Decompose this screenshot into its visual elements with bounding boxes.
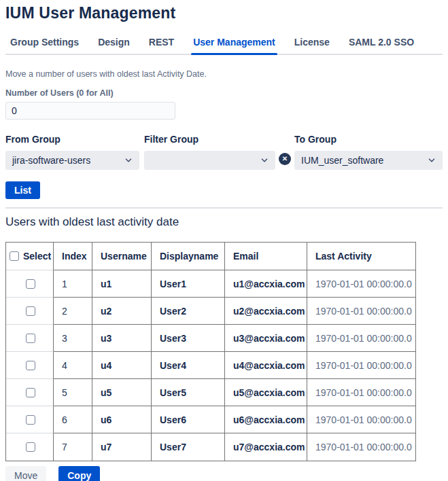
row-select-checkbox[interactable] <box>26 279 35 289</box>
user-index: 3 <box>62 333 67 344</box>
index-column-header: Index <box>54 243 92 270</box>
user-index: 2 <box>62 306 67 317</box>
copy-button[interactable]: Copy <box>58 466 100 481</box>
table-header-row: Select Index Username Displayname Email … <box>6 243 415 270</box>
tab-license[interactable]: License <box>294 34 330 54</box>
from-group-select[interactable]: jira-software-users <box>5 151 139 170</box>
tab-saml-sso[interactable]: SAML 2.0 SSO <box>348 34 415 54</box>
last-activity: 1970-01-01 00:00:00.0 <box>315 306 412 317</box>
row-select-checkbox[interactable] <box>26 306 35 316</box>
user-index: 5 <box>62 387 67 398</box>
table-row: 3 u3 User3 u3@accxia.com 1970-01-01 00:0… <box>6 325 415 352</box>
chevron-down-icon <box>260 156 269 164</box>
tab-rest[interactable]: REST <box>148 34 175 54</box>
filter-group-column: Filter Group <box>139 134 275 170</box>
clear-filter-icon[interactable]: ✕ <box>279 153 291 165</box>
user-index: 4 <box>62 360 67 371</box>
email: u6@accxia.com <box>233 414 305 425</box>
email: u3@accxia.com <box>233 333 305 344</box>
chevron-down-icon <box>124 156 133 164</box>
users-table: Select Index Username Displayname Email … <box>5 242 416 461</box>
user-index: 6 <box>62 414 67 425</box>
list-button[interactable]: List <box>5 181 40 199</box>
from-group-value: jira-software-users <box>12 155 90 166</box>
group-selects-row: From Group jira-software-users Filter Gr… <box>5 134 443 170</box>
user-index: 1 <box>62 279 67 289</box>
email: u2@accxia.com <box>233 306 305 317</box>
select-column-label: Select <box>23 251 51 262</box>
filter-group-label: Filter Group <box>144 134 275 145</box>
page: IUM User Management Group Settings Desig… <box>0 0 448 481</box>
select-column-header: Select <box>6 243 54 270</box>
displayname-column-header: Displayname <box>152 243 225 270</box>
displayname: User1 <box>160 279 186 289</box>
tab-design[interactable]: Design <box>97 34 131 54</box>
users-section-heading: Users with oldest last activity date <box>5 215 443 229</box>
user-index: 7 <box>62 442 67 452</box>
table-row: 1 u1 User1 u1@accxia.com 1970-01-01 00:0… <box>6 270 415 298</box>
last-activity: 1970-01-01 00:00:00.0 <box>315 333 412 344</box>
displayname: User6 <box>160 414 186 425</box>
select-all-checkbox[interactable] <box>10 251 19 261</box>
username-column-header: Username <box>92 243 152 270</box>
row-select-checkbox[interactable] <box>26 388 35 397</box>
move-button[interactable]: Move <box>5 466 46 481</box>
username: u7 <box>101 442 111 452</box>
table-row: 5 u5 User5 u5@accxia.com 1970-01-01 00:0… <box>6 379 415 406</box>
footer-actions: Move Copy <box>5 466 443 481</box>
email: u7@accxia.com <box>233 442 305 452</box>
last-activity: 1970-01-01 00:00:00.0 <box>315 442 412 452</box>
move-description-text: Move a number of users with oldest last … <box>5 69 443 79</box>
table-row: 4 u4 User4 u4@accxia.com 1970-01-01 00:0… <box>6 352 415 379</box>
username: u5 <box>101 387 111 398</box>
table-row: 2 u2 User2 u2@accxia.com 1970-01-01 00:0… <box>6 298 415 325</box>
email: u1@accxia.com <box>233 279 305 289</box>
last-activity: 1970-01-01 00:00:00.0 <box>315 360 412 371</box>
to-group-value: IUM_user_software <box>301 155 383 166</box>
row-select-checkbox[interactable] <box>26 415 35 425</box>
tab-user-management[interactable]: User Management <box>192 34 276 54</box>
email: u5@accxia.com <box>233 387 305 398</box>
table-row: 7 u7 User7 u7@accxia.com 1970-01-01 00:0… <box>6 433 415 461</box>
email: u4@accxia.com <box>233 360 305 371</box>
row-select-checkbox[interactable] <box>26 361 35 370</box>
email-column-header: Email <box>225 243 307 270</box>
username: u1 <box>101 279 111 289</box>
last-activity: 1970-01-01 00:00:00.0 <box>315 387 412 398</box>
to-group-label: To Group <box>294 134 443 145</box>
username: u2 <box>101 306 111 317</box>
page-title: IUM User Management <box>5 4 443 22</box>
row-select-checkbox[interactable] <box>26 334 35 343</box>
displayname: User7 <box>160 442 186 452</box>
from-group-column: From Group jira-software-users <box>5 134 139 170</box>
tab-group-settings[interactable]: Group Settings <box>10 34 80 54</box>
displayname: User3 <box>160 333 186 344</box>
to-group-column: To Group IUM_user_software <box>294 134 443 170</box>
username: u4 <box>101 360 111 371</box>
username: u3 <box>101 333 111 344</box>
username: u6 <box>101 414 111 425</box>
to-group-select[interactable]: IUM_user_software <box>294 151 443 170</box>
number-of-users-input[interactable] <box>5 102 175 120</box>
chevron-down-icon <box>428 156 436 164</box>
section-divider <box>5 207 443 209</box>
table-row: 6 u6 User6 u6@accxia.com 1970-01-01 00:0… <box>6 406 415 433</box>
clear-filter-wrap: ✕ <box>275 149 294 168</box>
last-activity-column-header: Last Activity <box>307 243 415 270</box>
from-group-label: From Group <box>5 134 139 145</box>
displayname: User4 <box>160 360 186 371</box>
number-of-users-label: Number of Users (0 for All) <box>5 88 443 98</box>
displayname: User2 <box>160 306 186 317</box>
last-activity: 1970-01-01 00:00:00.0 <box>315 414 412 425</box>
tab-bar: Group Settings Design REST User Manageme… <box>5 34 443 55</box>
last-activity: 1970-01-01 00:00:00.0 <box>315 279 412 289</box>
filter-group-select[interactable] <box>144 151 275 170</box>
displayname: User5 <box>160 387 186 398</box>
row-select-checkbox[interactable] <box>26 442 35 452</box>
